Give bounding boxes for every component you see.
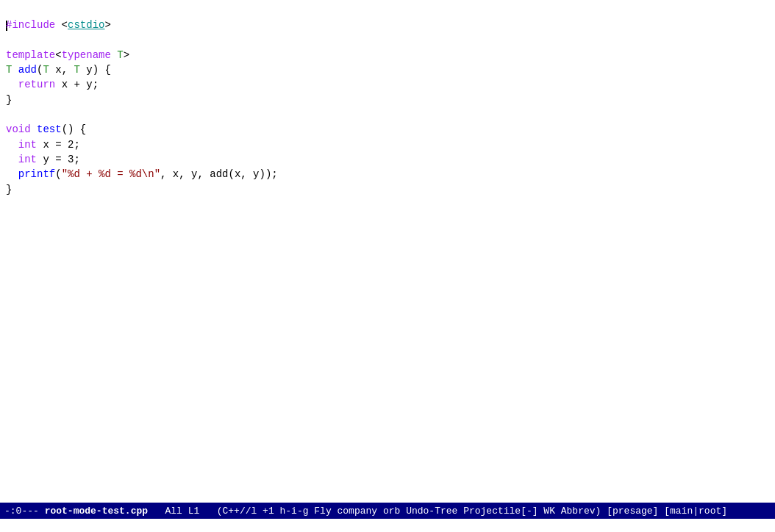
code-token bbox=[6, 79, 18, 90]
code-token: cstdio bbox=[68, 19, 104, 31]
code-line: void test() { bbox=[6, 122, 769, 137]
code-token: int bbox=[18, 139, 37, 151]
code-line: int x = 2; bbox=[6, 137, 769, 152]
code-token: x = 2; bbox=[37, 139, 80, 151]
code-token: < bbox=[55, 19, 68, 31]
code-token: void bbox=[6, 123, 31, 135]
status-position: All L1 bbox=[165, 506, 199, 517]
code-line bbox=[6, 33, 769, 48]
code-token bbox=[31, 123, 37, 135]
code-token: add bbox=[18, 64, 37, 76]
code-line: T add(T x, T y) { bbox=[6, 62, 769, 77]
code-token: x, bbox=[49, 64, 74, 76]
code-line: printf("%d + %d = %d\n", x, y, add(x, y)… bbox=[6, 167, 769, 181]
code-line: } bbox=[6, 182, 769, 197]
code-editor[interactable]: #include <cstdio> template<typename T>T … bbox=[0, 0, 775, 503]
code-token: return bbox=[18, 79, 55, 90]
code-token: T bbox=[74, 64, 79, 76]
code-token: () { bbox=[62, 123, 87, 135]
code-token: , x, y, add(x, y)); bbox=[160, 168, 278, 180]
code-token: y) { bbox=[80, 64, 111, 76]
code-token: include bbox=[12, 19, 55, 31]
status-mode-indicators: -:0--- bbox=[4, 506, 39, 517]
status-main-mode: [main|root] bbox=[664, 506, 727, 517]
code-token: } bbox=[6, 184, 12, 195]
code-token: x + y; bbox=[55, 79, 99, 90]
code-token: T bbox=[43, 64, 49, 76]
code-line: template<typename T> bbox=[6, 48, 769, 62]
code-line: #include <cstdio> bbox=[6, 18, 769, 32]
code-token: T bbox=[117, 49, 123, 61]
code-line bbox=[6, 107, 769, 122]
code-token bbox=[111, 49, 117, 61]
minibuffer bbox=[0, 519, 775, 532]
status-modes: (C++//l +1 h-i-g Fly company orb Undo-Tr… bbox=[217, 506, 601, 517]
status-bar: -:0--- root-mode-test.cpp All L1 (C++//l… bbox=[0, 503, 775, 519]
code-token bbox=[6, 168, 18, 180]
status-extra: [presage] bbox=[607, 506, 658, 517]
code-token: "%d + %d = %d\n" bbox=[62, 168, 160, 180]
code-token: < bbox=[55, 49, 61, 61]
code-token: > bbox=[104, 19, 110, 31]
code-line: } bbox=[6, 93, 769, 107]
code-token bbox=[6, 154, 18, 165]
code-token: template bbox=[6, 49, 55, 61]
code-token: > bbox=[124, 49, 129, 61]
code-token: int bbox=[18, 154, 37, 165]
code-token: y = 3; bbox=[37, 154, 80, 165]
code-token: ( bbox=[55, 168, 61, 180]
code-line: return x + y; bbox=[6, 77, 769, 92]
code-token: } bbox=[6, 94, 12, 106]
code-token bbox=[12, 64, 18, 76]
code-token: test bbox=[37, 123, 62, 135]
code-token: printf bbox=[18, 168, 55, 180]
code-line: int y = 3; bbox=[6, 152, 769, 167]
status-filename: root-mode-test.cpp bbox=[45, 506, 148, 517]
code-token: typename bbox=[62, 49, 111, 61]
code-token bbox=[6, 139, 18, 151]
